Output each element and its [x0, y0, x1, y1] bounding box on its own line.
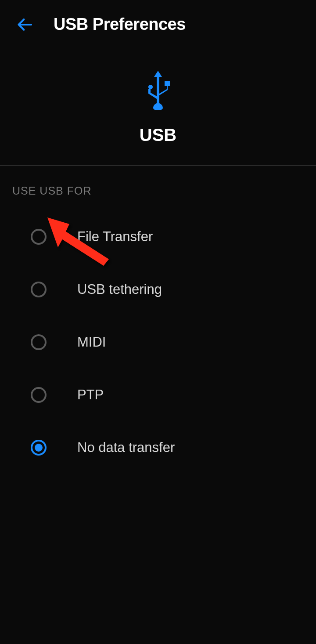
option-usb-tethering[interactable]: USB tethering — [12, 263, 304, 316]
radio-icon — [31, 282, 47, 297]
section-header: USE USB FOR — [0, 166, 316, 210]
usb-hero-label: USB — [140, 125, 176, 145]
radio-icon — [31, 334, 47, 350]
usb-icon — [143, 71, 173, 112]
usb-options-list: File Transfer USB tethering MIDI PTP No … — [0, 210, 316, 474]
option-label: PTP — [77, 387, 104, 403]
app-header: USB Preferences — [0, 0, 316, 49]
radio-icon — [31, 440, 47, 456]
page-title: USB Preferences — [54, 15, 186, 34]
option-ptp[interactable]: PTP — [12, 369, 304, 421]
radio-icon — [31, 229, 47, 245]
back-button[interactable] — [16, 16, 33, 33]
option-label: No data transfer — [77, 440, 175, 456]
option-file-transfer[interactable]: File Transfer — [12, 210, 304, 263]
option-no-data-transfer[interactable]: No data transfer — [12, 421, 304, 474]
back-arrow-icon — [16, 16, 33, 33]
option-midi[interactable]: MIDI — [12, 316, 304, 369]
usb-hero-section: USB — [0, 49, 316, 165]
option-label: USB tethering — [77, 282, 162, 297]
option-label: File Transfer — [77, 229, 153, 245]
radio-icon — [31, 387, 47, 403]
option-label: MIDI — [77, 334, 106, 350]
